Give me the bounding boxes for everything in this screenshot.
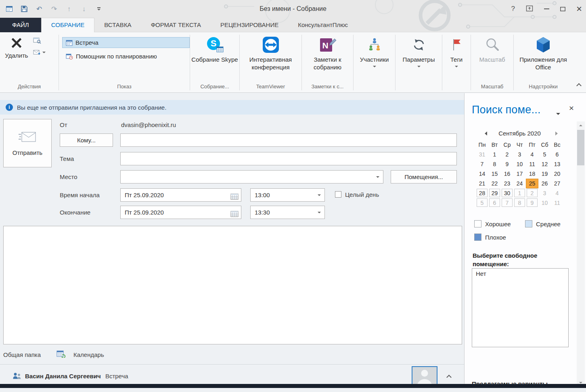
calendar-date-3[interactable]: 3 xyxy=(538,188,551,198)
calendar-date-4[interactable]: 4 xyxy=(526,150,538,159)
legend-fair: Среднее xyxy=(525,220,561,227)
scroll-up-button[interactable] xyxy=(577,121,585,129)
next-month-button[interactable] xyxy=(555,131,558,136)
help-button[interactable]: ? xyxy=(511,5,515,13)
start-date-value: Пт 25.09.2020 xyxy=(125,192,164,198)
to-button[interactable]: Кому... xyxy=(60,133,113,147)
calendar-date-28[interactable]: 28 xyxy=(476,188,488,198)
ribbon-display-options-button[interactable] xyxy=(526,5,533,13)
tab-meeting[interactable]: СОБРАНИЕ xyxy=(41,18,95,32)
calendar-date-2[interactable]: 2 xyxy=(501,150,513,159)
calendar-date-8[interactable]: 8 xyxy=(513,198,526,208)
start-date-input[interactable]: Пт 25.09.2020 xyxy=(120,188,241,202)
collapse-ribbon-button[interactable] xyxy=(577,82,581,89)
rooms-button[interactable]: Помещения... xyxy=(391,170,457,183)
send-button[interactable]: Отправить xyxy=(3,119,52,167)
calendar-date-30[interactable]: 30 xyxy=(501,188,513,198)
minimize-button[interactable] xyxy=(544,8,549,9)
subject-input[interactable] xyxy=(120,152,457,165)
calendar-date-18[interactable]: 18 xyxy=(526,169,538,179)
skype-meeting-button[interactable]: S Собрание Skype xyxy=(190,32,239,83)
start-date-picker-icon[interactable] xyxy=(230,192,239,204)
room-finder-menu-button[interactable] xyxy=(556,109,560,116)
maximize-button[interactable] xyxy=(560,6,565,13)
calendar-date-13[interactable]: 13 xyxy=(551,159,563,169)
calendar-date-24[interactable]: 24 xyxy=(513,179,526,188)
calendar-date-15[interactable]: 15 xyxy=(488,169,501,179)
calendar-date-31[interactable]: 31 xyxy=(476,150,488,159)
room-list[interactable]: Нет xyxy=(472,268,569,347)
calendar-date-14[interactable]: 14 xyxy=(476,169,488,179)
calendar-date-6[interactable]: 6 xyxy=(551,150,563,159)
previous-item-button[interactable]: ↑ xyxy=(65,4,73,13)
calendar-date-7[interactable]: 7 xyxy=(501,198,513,208)
calendar-date-9[interactable]: 9 xyxy=(526,198,538,208)
calendar-date-8[interactable]: 8 xyxy=(488,159,501,169)
calendar-date-17[interactable]: 17 xyxy=(513,169,526,179)
room-list-item[interactable]: Нет xyxy=(472,269,568,279)
move-to-folder-button[interactable] xyxy=(33,37,46,44)
end-date-picker-icon[interactable] xyxy=(230,209,239,221)
panel-scrollbar[interactable] xyxy=(577,121,585,386)
redo-button[interactable]: ↷ xyxy=(50,4,59,13)
ribbon: Удалить Действия Встреча xyxy=(0,32,586,93)
calendar-date-6[interactable]: 6 xyxy=(488,198,501,208)
collapse-preview-button[interactable] xyxy=(447,373,451,380)
tab-file[interactable]: ФАЙЛ xyxy=(0,18,41,32)
calendar-date-21[interactable]: 21 xyxy=(476,179,488,188)
calendar-date-11[interactable]: 11 xyxy=(551,198,563,208)
end-time-combo[interactable]: 13:30 xyxy=(250,206,325,219)
calendar-date-25[interactable]: 25 xyxy=(526,179,538,188)
end-date-input[interactable]: Пт 25.09.2020 xyxy=(120,206,241,219)
calendar-date-29[interactable]: 29 xyxy=(488,188,501,198)
calendar-date-16[interactable]: 16 xyxy=(501,169,513,179)
meeting-notes-button[interactable]: N Заметки к собранию xyxy=(302,32,353,83)
calendar-date-3[interactable]: 3 xyxy=(513,150,526,159)
legend-swatch xyxy=(474,234,481,241)
calendar-date-5[interactable]: 5 xyxy=(476,198,488,208)
calendar-date-12[interactable]: 12 xyxy=(538,159,551,169)
teamviewer-conference-label: Интерактивная конференция xyxy=(240,56,301,71)
send-label: Отправить xyxy=(13,149,42,156)
meeting-body-editor[interactable] xyxy=(3,226,462,344)
room-finder-close-button[interactable]: × xyxy=(569,104,574,112)
teamviewer-conference-button[interactable]: Интерактивная конференция xyxy=(240,32,301,83)
calendar-date-10[interactable]: 10 xyxy=(538,198,551,208)
scheduling-assistant-button[interactable]: Помощник по планированию xyxy=(62,51,190,62)
tab-review[interactable]: РЕЦЕНЗИРОВАНИЕ xyxy=(211,18,288,32)
forward-button[interactable] xyxy=(33,50,46,55)
calendar-date-1[interactable]: 1 xyxy=(488,150,501,159)
options-button[interactable]: Параметры xyxy=(396,32,442,83)
undo-button[interactable]: ↶ xyxy=(35,4,44,13)
all-day-checkbox[interactable] xyxy=(335,191,341,198)
calendar-date-1[interactable]: 1 xyxy=(513,188,526,198)
calendar-date-23[interactable]: 23 xyxy=(501,179,513,188)
calendar-date-19[interactable]: 19 xyxy=(538,169,551,179)
calendar-date-11[interactable]: 11 xyxy=(526,159,538,169)
location-combo[interactable] xyxy=(120,170,383,183)
delete-button[interactable]: Удалить xyxy=(3,35,30,83)
calendar-date-5[interactable]: 5 xyxy=(538,150,551,159)
calendar-date-27[interactable]: 27 xyxy=(551,179,563,188)
tab-format-text[interactable]: ФОРМАТ ТЕКСТА xyxy=(141,18,211,32)
start-time-combo[interactable]: 13:00 xyxy=(250,188,325,202)
calendar-date-20[interactable]: 20 xyxy=(551,169,563,179)
office-apps-button[interactable]: Приложения для Office xyxy=(514,32,573,83)
calendar-date-26[interactable]: 26 xyxy=(538,179,551,188)
save-button[interactable] xyxy=(20,4,29,13)
scrollbar-thumb[interactable] xyxy=(577,130,584,165)
attendees-button[interactable]: Участники xyxy=(354,32,395,83)
calendar-date-9[interactable]: 9 xyxy=(501,159,513,169)
close-button[interactable]: × xyxy=(576,4,582,14)
tags-button[interactable]: Теги xyxy=(442,32,471,83)
calendar-date-22[interactable]: 22 xyxy=(488,179,501,188)
tab-insert[interactable]: ВСТАВКА xyxy=(94,18,141,32)
calendar-date-4[interactable]: 4 xyxy=(551,188,563,198)
calendar-date-10[interactable]: 10 xyxy=(513,159,526,169)
appointment-button[interactable]: Встреча xyxy=(62,37,190,48)
tab-consultantplus[interactable]: КонсультантПлюс xyxy=(288,18,358,32)
calendar-date-7[interactable]: 7 xyxy=(476,159,488,169)
to-input[interactable] xyxy=(120,133,457,147)
calendar-date-2[interactable]: 2 xyxy=(526,188,538,198)
calendar-folder-label[interactable]: Календарь xyxy=(73,351,104,358)
